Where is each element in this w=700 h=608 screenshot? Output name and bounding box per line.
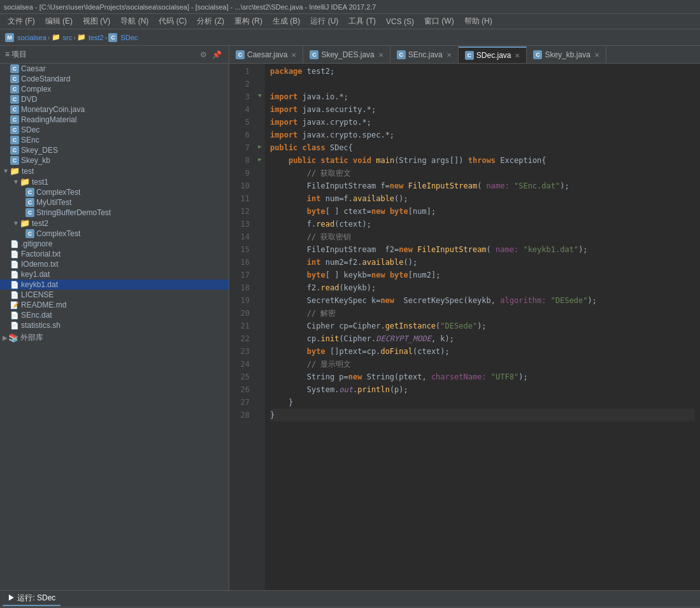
tree-item-readme[interactable]: 📝 README.md	[0, 300, 229, 310]
tree-item-complextest1[interactable]: C ComplexTest	[0, 187, 229, 197]
tree-item-complextest2[interactable]: C ComplexTest	[0, 229, 229, 239]
menu-analyze[interactable]: 分析 (Z)	[192, 15, 229, 28]
code-line-4: import java.security.*;	[270, 103, 695, 116]
code-line-20: // 解密	[270, 307, 695, 320]
tree-item-external[interactable]: ▶ 📚 外部库	[0, 332, 229, 344]
lib-icon: 📚	[8, 333, 18, 343]
project-title: ≡ 项目	[5, 49, 27, 60]
breadcrumb-test2[interactable]: 📁 test2	[77, 33, 104, 41]
tree-item-key1[interactable]: 📄 key1.dat	[0, 269, 229, 279]
breadcrumb-src[interactable]: 📁 src	[52, 33, 73, 41]
fold-icon-3[interactable]: ▼	[258, 92, 261, 99]
breadcrumb-sep-3: ›	[105, 34, 108, 41]
class-icon-ct1: C	[25, 188, 34, 197]
class-icon-caesar: C	[10, 64, 19, 73]
code-content[interactable]: package test2; import java.io.*; import …	[265, 64, 700, 590]
fold-icon-8[interactable]: ▶	[258, 156, 261, 162]
tree-item-dvd[interactable]: C DVD	[0, 94, 229, 104]
bottom-tabs: ▶ 运行: SDec	[0, 591, 700, 607]
file-icon-stats: 📄	[10, 322, 19, 330]
tree-item-iodemo[interactable]: 📄 IOdemo.txt	[0, 259, 229, 269]
menu-edit[interactable]: 编辑 (E)	[40, 15, 78, 28]
tree-item-statistics[interactable]: 📄 statistics.sh	[0, 320, 229, 330]
fold-icon-7[interactable]: ▶	[258, 143, 261, 150]
tab-close-skeykb[interactable]: ✕	[594, 52, 599, 59]
menu-view[interactable]: 视图 (V)	[78, 15, 115, 28]
bottom-tab-run[interactable]: ▶ 运行: SDec	[3, 591, 61, 606]
project-panel-icons: ⚙ 📌	[198, 50, 224, 60]
menu-refactor[interactable]: 重构 (R)	[229, 15, 268, 28]
code-line-5: import javax.crypto.*;	[270, 116, 695, 129]
tree-item-stringbuffertest[interactable]: C StringBufferDemoTest	[0, 208, 229, 218]
expand-arrow-ext[interactable]: ▶	[3, 334, 8, 341]
tab-icon-senc: C	[397, 50, 406, 59]
tree-label: key1.dat	[21, 270, 50, 279]
tree-item-complex[interactable]: C Complex	[0, 84, 229, 94]
code-line-26: System.out.println(p);	[270, 383, 695, 396]
pin-icon[interactable]: 📌	[210, 50, 224, 60]
tree-item-senc[interactable]: C SEnc	[0, 135, 229, 145]
tree-label: IOdemo.txt	[21, 260, 59, 269]
tree-item-test[interactable]: ▼ 📁 test	[0, 166, 229, 176]
tree-item-skeydes[interactable]: C Skey_DES	[0, 145, 229, 155]
tree-item-caesar[interactable]: C Caesar	[0, 64, 229, 74]
tree-item-factorial[interactable]: 📄 Factorial.txt	[0, 249, 229, 259]
class-icon-senc: C	[10, 136, 19, 145]
tree-label: SEnc	[21, 136, 39, 145]
tree-label: Skey_DES	[21, 146, 58, 155]
project-tree: C Caesar C CodeStandard C Complex C DVD …	[0, 64, 229, 590]
menu-tools[interactable]: 工具 (T)	[343, 15, 381, 28]
project-header: ≡ 项目 ⚙ 📌	[0, 46, 229, 64]
folder-icon-test1: 📁	[20, 177, 30, 187]
expand-arrow-test[interactable]: ▼	[3, 167, 9, 174]
project-panel: ≡ 项目 ⚙ 📌 C Caesar C CodeStandard C Compl…	[0, 46, 229, 590]
tab-skeykb[interactable]: C Skey_kb.java ✕	[527, 46, 606, 63]
menu-file[interactable]: 文件 (F)	[3, 15, 40, 28]
class-icon-complex: C	[10, 85, 19, 94]
breadcrumb-module[interactable]: M socialsea	[5, 33, 46, 42]
tree-item-codestandard[interactable]: C CodeStandard	[0, 74, 229, 84]
tree-item-gitignore[interactable]: 📄 .gitignore	[0, 239, 229, 249]
tree-item-test2[interactable]: ▼ 📁 test2	[0, 218, 229, 229]
tree-item-readingmaterial[interactable]: C ReadingMaterial	[0, 115, 229, 125]
tab-close-skeydes[interactable]: ✕	[378, 52, 383, 59]
menu-window[interactable]: 窗口 (W)	[419, 15, 459, 28]
tab-skeydes[interactable]: C Skey_DES.java ✕	[303, 46, 390, 63]
tab-close-sdec[interactable]: ✕	[515, 52, 520, 59]
code-line-2	[270, 78, 695, 90]
class-icon-cs: C	[10, 74, 19, 83]
tab-caesar[interactable]: C Caesar.java ✕	[229, 46, 303, 63]
expand-arrow-test1[interactable]: ▼	[13, 178, 19, 185]
tree-item-skeykb[interactable]: C Skey_kb	[0, 155, 229, 166]
tab-sdec[interactable]: C SDec.java ✕	[459, 46, 527, 63]
menu-navigate[interactable]: 导航 (N)	[115, 15, 154, 28]
breadcrumb-sdec[interactable]: C SDec	[108, 33, 138, 42]
editor-tabs: C Caesar.java ✕ C Skey_DES.java ✕ C SEnc…	[229, 46, 700, 64]
menu-code[interactable]: 代码 (C)	[154, 15, 192, 28]
tab-senc[interactable]: C SEnc.java ✕	[390, 46, 459, 63]
menu-build[interactable]: 生成 (B)	[268, 15, 305, 28]
settings-icon[interactable]: ⚙	[198, 50, 209, 60]
class-icon-sdec: C	[10, 125, 19, 134]
tree-item-sencdat[interactable]: 📄 SEnc.dat	[0, 310, 229, 320]
tab-close-caesar[interactable]: ✕	[291, 52, 296, 59]
module-icon: M	[5, 33, 14, 42]
class-icon-mc: C	[10, 105, 19, 114]
tree-item-license[interactable]: 📄 LICENSE	[0, 290, 229, 300]
code-line-23: byte []ptext=cp.doFinal(ctext);	[270, 345, 695, 358]
tree-item-myutiltest[interactable]: C MyUtilTest	[0, 197, 229, 208]
tab-close-senc[interactable]: ✕	[446, 52, 452, 59]
menu-vcs[interactable]: VCS (S)	[381, 16, 419, 27]
menu-run[interactable]: 运行 (U)	[305, 15, 343, 28]
src-folder-icon: 📁	[52, 33, 61, 41]
tree-label: keykb1.dat	[21, 280, 58, 289]
tree-item-keykb1[interactable]: 📄 keykb1.dat	[0, 279, 229, 290]
tab-label-caesar: Caesar.java	[247, 50, 287, 59]
tree-item-sdec[interactable]: C SDec	[0, 125, 229, 135]
tree-item-monetarycoin[interactable]: C MonetaryCoin.java	[0, 104, 229, 115]
menu-help[interactable]: 帮助 (H)	[459, 15, 497, 28]
tree-item-test1[interactable]: ▼ 📁 test1	[0, 176, 229, 187]
file-icon-license: 📄	[10, 291, 19, 299]
code-line-13: f.read(ctext);	[270, 218, 695, 230]
expand-arrow-test2[interactable]: ▼	[13, 220, 19, 227]
